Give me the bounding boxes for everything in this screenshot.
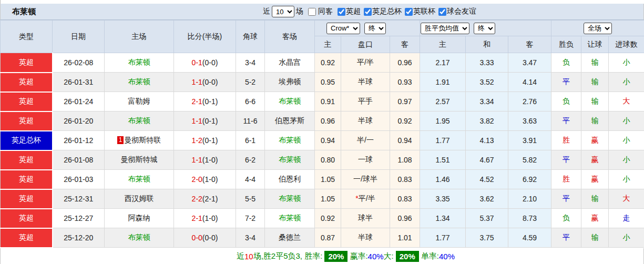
toolbar-controls: 近 10 场 同客 英超英足总杯英联杯球会友谊 [263,6,476,17]
handicap-result: 输 [581,92,609,111]
league-badge: 英超 [1,111,53,131]
handicap-result: 输 [581,111,609,131]
handicap-result: 赢 [581,150,609,170]
europe-away-odds: 2.10 [508,189,551,209]
league-filter-checkbox[interactable] [364,8,372,16]
goals-result: 小 [609,228,644,248]
full-time-score: 1-1 [192,78,202,86]
match-date: 26-01-31 [53,73,105,92]
half-time-score: (0-0) [202,58,218,67]
score-cell: 2-1(0-1) [174,92,236,111]
half-time-score: (0-0) [202,233,218,242]
full-time-score: 2-1 [192,214,202,222]
corners-cell: 3-4 [236,228,265,248]
handicap-line-text: 平/半 [357,58,374,66]
match-result: 平 [551,73,581,92]
europe-home-odds: 1.91 [420,73,466,92]
away-team: 桑德兰 [265,228,315,248]
same-opponent-checkbox[interactable] [308,8,316,16]
goals-result: 小 [609,111,644,131]
league-filter-checkbox[interactable] [438,8,446,16]
handicap-line-text: 一/球半 [353,175,377,183]
home-team: 布莱顿 [105,73,174,92]
handicap-result: 输 [581,189,609,209]
match-date: 26-01-08 [53,150,105,170]
asian-home-odds: 0.87 [315,228,341,248]
percentage-badge: 20% [396,251,419,262]
handicap-line-text: 半球 [358,233,373,241]
asian-away-odds: 1.01 [390,228,420,248]
col-header-away: 客场 [265,21,315,53]
home-team-name: 布莱顿 [128,116,150,125]
asian-handicap-line: 半/一 [341,131,390,150]
subcol-asian-away: 客 [390,36,420,53]
result-group-header: 全场 [551,21,644,36]
asian-home-odds: 0.94 [315,131,341,150]
summary-text: 单率: [421,251,439,261]
home-team: 阿森纳 [105,209,174,228]
goals-result: 小 [609,73,644,92]
home-team: 富勒姆 [105,92,174,111]
europe-draw-odds: 4.13 [466,131,508,150]
bookmaker-select[interactable]: Crow* [326,23,360,34]
away-team: 布莱顿 [265,131,315,150]
table-row: 英超26-01-08曼彻斯特城1-1(1-0)6-2布莱顿0.80一球1.081… [1,150,644,170]
team-title: 布莱顿 [1,7,36,17]
period-select[interactable]: 全场 [584,23,612,34]
handicap-line-text: 半/一 [357,136,374,144]
europe-home-odds: 1.34 [420,209,466,228]
match-rows: 英超26-02-08布莱顿0-1(0-0)3-4水晶宫0.92平/半0.962.… [1,53,644,248]
score-cell: 0-0(0-0) [174,228,236,248]
europe-away-odds: 6.92 [508,170,551,189]
table-row: 英超26-01-24富勒姆2-1(0-1)6-6布莱顿0.91平手0.972.5… [1,92,644,111]
summary-text: 赢率: [350,251,367,261]
matches-unit-label: 场 [296,7,303,16]
half-time-score: (1-0) [202,214,218,222]
percentage-badge: 20% [324,251,347,262]
handicap-result: 输 [581,228,609,248]
league-filter-checkbox[interactable] [405,8,413,16]
asian-away-odds: 0.83 [390,189,420,209]
col-header-home: 主场 [105,21,174,53]
asian-odds-time-select[interactable]: 终 [364,23,386,34]
corners-cell: 6-6 [236,92,265,111]
summary-text: 40% [439,252,455,261]
table-row: 英足总杯26-01-121曼彻斯特联1-2(0-1)6-1布莱顿0.94半/一0… [1,131,644,150]
match-date: 25-12-20 [53,228,105,248]
europe-odds-time-select[interactable]: 终 [474,23,495,34]
home-team-name: 曼彻斯特联 [124,136,161,144]
table-row: 英超25-12-20布莱顿0-0(0-0)3-4桑德兰0.87半球1.011.7… [1,228,644,248]
europe-odds-type-select[interactable]: 胜平负均值 [421,23,469,34]
asian-home-odds: 1.05 [315,170,341,189]
league-badge: 英超 [1,73,53,92]
asian-handicap-line: 平手 [341,92,390,111]
half-time-score: (0-1) [202,97,218,106]
asian-away-odds: 0.93 [390,73,420,92]
league-filter-checkbox[interactable] [338,8,345,16]
asian-home-odds: 0.96 [315,111,341,131]
league-filter-label: 英联杯 [413,7,435,16]
match-result: 平 [551,150,581,170]
score-cell: 1-1(0-0) [174,73,236,92]
asian-home-odds: 0.92 [315,53,341,73]
league-badge: 英超 [1,53,53,73]
match-result: 负 [551,92,581,111]
corners-cell: 6-2 [236,150,265,170]
europe-draw-odds: 3.52 [466,73,508,92]
recent-count-select[interactable]: 10 [272,6,294,17]
summary-text: 10 [244,252,253,261]
league-badge: 英超 [1,228,53,248]
home-rank-badge: 1 [117,136,124,144]
europe-home-odds: 2.17 [420,53,466,73]
league-filter-label: 英超 [346,7,361,16]
corners-cell: 6-1 [236,131,265,150]
subcol-handicap-result: 让球 [581,36,609,53]
match-result: 负 [551,53,581,73]
asian-away-odds: 0.94 [390,131,420,150]
away-team: 布莱顿 [265,189,315,209]
europe-home-odds: 1.46 [420,170,466,189]
summary-text: 大: [384,251,394,261]
home-team-name: 富勒姆 [128,97,150,105]
home-team: 1曼彻斯特联 [105,131,174,150]
handicap-line-text: 平/半 [359,194,375,202]
